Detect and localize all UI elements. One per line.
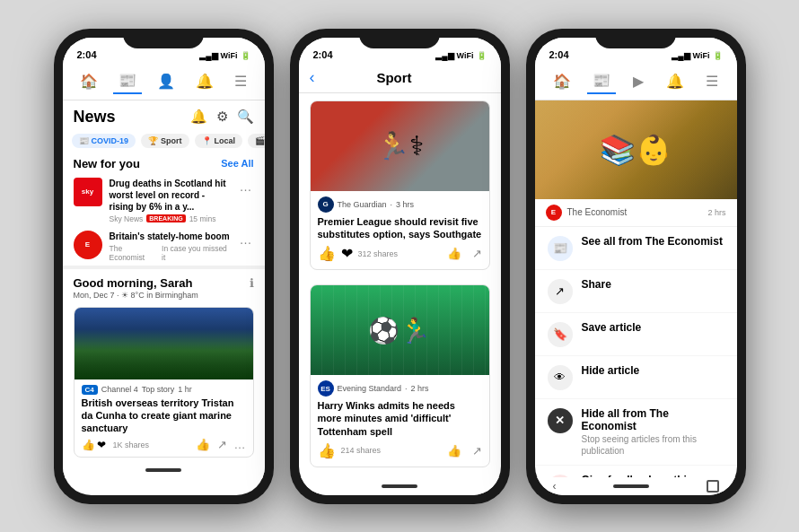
status-time-3: 2:04 xyxy=(549,49,569,60)
nav-menu-3[interactable]: ☰ xyxy=(700,69,724,93)
channel4-logo: C4 xyxy=(82,385,98,395)
heart-icon: ❤ xyxy=(97,439,106,451)
category-tabs: 📰COVID-19 🏆Sport 📍Local 🎬E xyxy=(63,130,265,152)
hide-all-text: Hide all from The Economist Stop seeing … xyxy=(582,407,724,457)
recents-button[interactable] xyxy=(707,480,719,493)
economist-source: The Economist xyxy=(110,244,159,262)
sport-card-2-thumbsup[interactable]: 👍 xyxy=(447,444,461,458)
share-count-1: 1K shares xyxy=(113,440,150,449)
guardian-avatar: G xyxy=(318,196,334,213)
nav-bar-1: 🏠 📰 👤 🔔 ☰ xyxy=(63,63,265,100)
home-bar-1 xyxy=(63,461,265,479)
news-item-2[interactable]: E Britain's stately-home boom The Econom… xyxy=(63,227,265,266)
nav-home[interactable]: 🏠 xyxy=(75,69,103,93)
more-action[interactable]: … xyxy=(234,438,246,451)
sport-source-2: ES Evening Standard · 2 hrs xyxy=(318,380,482,397)
thumbs-up-action[interactable]: 👍 xyxy=(196,438,210,451)
sport-card-1-heart: ❤ xyxy=(341,245,353,262)
settings-icon[interactable]: ⚙ xyxy=(216,109,228,125)
article-footer-1: C4 Channel 4 Top story 1 hr British over… xyxy=(75,379,253,458)
nav-home-3[interactable]: 🏠 xyxy=(548,69,576,93)
economist-avatar: E xyxy=(546,205,562,221)
sport-card-2-share[interactable]: ↗ xyxy=(472,444,482,458)
hide-all-sub: Stop seeing articles from this publicati… xyxy=(582,433,724,457)
evening-name: Evening Standard xyxy=(338,384,402,393)
article-source-1: C4 Channel 4 Top story 1 hr xyxy=(82,385,246,395)
date-weather: Mon, Dec 7 · ☀ 8°C in Birmingham xyxy=(74,291,198,300)
nav-news-3[interactable]: 📰 xyxy=(587,68,616,94)
menu-item-feedback[interactable]: ! Give feedback on this article xyxy=(535,466,737,477)
see-all-link[interactable]: See All xyxy=(221,158,253,169)
news-item-1-more[interactable]: … xyxy=(238,178,254,196)
news-header: News 🔔 ⚙ 🔍 xyxy=(63,100,265,130)
menu-item-share[interactable]: ↗ Share xyxy=(535,270,737,313)
signal-icon: ▂▄▆ xyxy=(199,51,217,60)
economist-logo: E xyxy=(74,231,102,259)
action-menu: 📰 See all from The Economist ↗ Share 🔖 S… xyxy=(535,227,737,477)
hide-icon: 👁 xyxy=(548,365,573,390)
nav-news[interactable]: 📰 xyxy=(113,68,142,94)
news-item-1-time: 15 mins xyxy=(189,214,216,223)
back-chevron[interactable]: ‹ xyxy=(553,480,557,493)
tab-entertainment[interactable]: 🎬E xyxy=(248,134,264,148)
menu-item-hide[interactable]: 👁 Hide article xyxy=(535,356,737,399)
home-bar-3: ‹ xyxy=(535,477,737,495)
search-icon[interactable]: 🔍 xyxy=(237,109,254,125)
tab-covid[interactable]: 📰COVID-19 xyxy=(72,134,136,148)
sport-card-1-body: G The Guardian · 3 hrs Premier League sh… xyxy=(311,191,489,270)
nav-notifications-3[interactable]: 🔔 xyxy=(661,69,689,93)
share-icon: ↗ xyxy=(548,279,573,304)
tab-local[interactable]: 📍Local xyxy=(195,134,243,148)
article-card-1[interactable]: C4 Channel 4 Top story 1 hr British over… xyxy=(74,307,254,458)
phone-3: 2:04 ▂▄▆ WiFi 🔋 🏠 📰 ▶ 🔔 ☰ 📚👶 xyxy=(526,29,746,504)
sport-card-1-headline: Premier League should revisit five subst… xyxy=(318,215,482,241)
menu-item-save[interactable]: 🔖 Save article xyxy=(535,313,737,356)
news-item-2-meta: The Economist In case you missed it xyxy=(110,244,231,262)
notch-1 xyxy=(123,29,204,48)
share-action[interactable]: ↗ xyxy=(217,438,227,451)
notifications-icon[interactable]: 🔔 xyxy=(190,109,207,125)
see-all-label: See all from The Economist xyxy=(582,235,724,248)
sport-card-2-headline: Harry Winks admits he needs more minutes… xyxy=(318,399,482,438)
article-actions-1: 👍 ❤ 1K shares 👍 ↗ … xyxy=(82,438,246,451)
sport-image-1: 🏃⚕ xyxy=(311,101,489,191)
tab-sport[interactable]: 🏆Sport xyxy=(141,134,189,148)
scene: 2:04 ▂▄▆ WiFi 🔋 🏠 📰 👤 🔔 ☰ News 🔔 xyxy=(0,0,799,532)
status-time-2: 2:04 xyxy=(313,49,333,60)
nav-menu[interactable]: ☰ xyxy=(229,69,252,93)
like-icon: 👍 xyxy=(82,439,95,451)
sport-card-1-share[interactable]: ↗ xyxy=(472,247,482,260)
phone-1: 2:04 ▂▄▆ WiFi 🔋 🏠 📰 👤 🔔 ☰ News 🔔 xyxy=(54,29,274,504)
info-icon[interactable]: ℹ xyxy=(250,276,254,290)
article-source-name: Channel 4 xyxy=(101,385,138,394)
good-morning-title: Good morning, Sarah xyxy=(74,276,193,290)
article-source-type: Top story xyxy=(142,385,175,394)
sport-image-2: ⚽🏃‍♂️ xyxy=(311,285,489,375)
sport-card-2-left: 👍 214 shares xyxy=(318,442,382,459)
save-label: Save article xyxy=(582,321,724,334)
sport-card-1[interactable]: 🏃⚕ G The Guardian · 3 hrs Premier League… xyxy=(310,100,490,271)
sport-card-1-thumbsup[interactable]: 👍 xyxy=(447,247,461,260)
sport-card-2-like: 👍 xyxy=(318,442,336,459)
news-item-2-more[interactable]: … xyxy=(238,231,254,249)
sport-card-1-time: 3 hrs xyxy=(396,200,414,209)
nav-video-3[interactable]: ▶ xyxy=(628,69,649,93)
economist-source-bar: E The Economist 2 hrs xyxy=(535,199,737,227)
sport-header: ‹ Sport xyxy=(299,63,501,93)
battery-icon-3: 🔋 xyxy=(713,51,723,60)
nav-profile[interactable]: 👤 xyxy=(152,69,180,93)
good-morning-section: Good morning, Sarah ℹ Mon, Dec 7 · ☀ 8°C… xyxy=(63,269,265,303)
signal-icon-3: ▂▄▆ xyxy=(672,51,689,60)
news-item-1-text: Drug deaths in Scotland hit worst level … xyxy=(110,178,231,223)
sport-card-2-actions: 👍 214 shares 👍 ↗ xyxy=(318,442,482,459)
phone-2: 2:04 ▂▄▆ WiFi 🔋 ‹ Sport 🏃⚕ xyxy=(290,29,510,504)
sport-card-1-left: 👍 ❤ 312 shares xyxy=(318,245,399,262)
back-button[interactable]: ‹ xyxy=(310,68,315,87)
sport-card-2[interactable]: ⚽🏃‍♂️ ES Evening Standard · 2 hrs Harry … xyxy=(310,284,490,467)
nav-notifications[interactable]: 🔔 xyxy=(190,69,219,93)
news-item-1[interactable]: sky Drug deaths in Scotland hit worst le… xyxy=(63,174,265,227)
menu-item-hide-all[interactable]: ✕ Hide all from The Economist Stop seein… xyxy=(535,399,737,466)
menu-item-see-all[interactable]: 📰 See all from The Economist xyxy=(535,227,737,270)
good-morning-meta: Mon, Dec 7 · ☀ 8°C in Birmingham xyxy=(74,291,254,300)
news-item-1-meta: Sky News BREAKING 15 mins xyxy=(110,214,231,223)
